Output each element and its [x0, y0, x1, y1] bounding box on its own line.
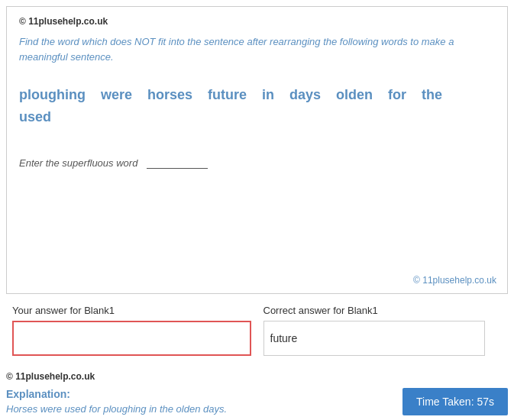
answer-section: Enter the superfluous word [19, 157, 495, 169]
main-container: © 11plusehelp.co.uk Find the word which … [0, 0, 514, 420]
answer-label: Enter the superfluous word [19, 157, 137, 169]
correct-answer-input [263, 321, 485, 356]
word-item: days [289, 87, 321, 103]
word-item: future [208, 87, 247, 103]
brand-bottom: © 11plusehelp.co.uk [413, 275, 496, 286]
word-item: the [422, 87, 442, 103]
explanation-text: Horses were used for ploughing in the ol… [6, 403, 227, 415]
your-answer-col: Your answer for Blank1 [6, 300, 257, 360]
word-item: in [262, 87, 274, 103]
your-answer-input[interactable] [12, 321, 251, 356]
instructions: Find the word which does NOT fit into th… [19, 34, 495, 64]
word-item: olden [336, 87, 373, 103]
correct-answer-label: Correct answer for Blank1 [263, 305, 503, 316]
answer-underline [147, 158, 208, 169]
question-box: © 11plusehelp.co.uk Find the word which … [6, 6, 508, 294]
explanation-title: Explanation: [6, 388, 227, 400]
explanation-left: Explanation: Horses were used for plough… [6, 388, 227, 415]
word-item: used [19, 109, 51, 125]
explanation-row: Explanation: Horses were used for plough… [6, 388, 508, 415]
word-item: ploughing [19, 87, 86, 103]
word-item: were [101, 87, 132, 103]
footer-section: © 11plusehelp.co.uk Explanation: Horses … [6, 367, 508, 420]
word-item: horses [147, 87, 192, 103]
brand-footer: © 11plusehelp.co.uk [6, 371, 508, 382]
answer-compare: Your answer for Blank1 Correct answer fo… [6, 300, 508, 360]
time-taken-button[interactable]: Time Taken: 57s [402, 388, 508, 415]
word-list: ploughingwerehorsesfutureindaysoldenfort… [19, 79, 495, 139]
brand-top: © 11plusehelp.co.uk [19, 16, 495, 27]
your-answer-label: Your answer for Blank1 [12, 305, 251, 316]
word-item: for [388, 87, 406, 103]
correct-answer-col: Correct answer for Blank1 [257, 300, 509, 360]
